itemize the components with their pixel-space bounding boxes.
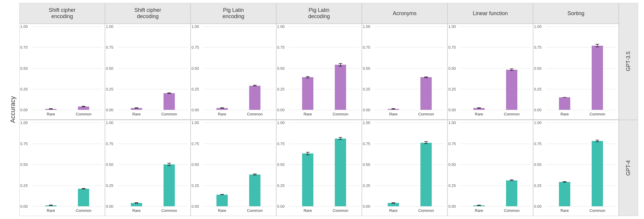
cell-r1-c6: 0.000.250.500.751.00RareCommon <box>533 120 619 216</box>
bar-common <box>164 164 175 206</box>
bar-common <box>420 143 432 206</box>
bar-group-rare: Rare <box>463 123 495 206</box>
error-bar <box>426 141 426 144</box>
cell-r1-c3: 0.000.250.500.751.00RareCommon <box>276 120 362 216</box>
cell-r0-c4: 0.000.250.500.751.00RareCommon <box>362 24 447 120</box>
x-label-rare: Rare <box>47 208 55 213</box>
bar-common <box>592 46 603 110</box>
bar-group-common: Common <box>67 123 100 206</box>
bar-rare <box>45 109 56 110</box>
bar-group-common: Common <box>324 123 357 206</box>
x-label-common: Common <box>247 208 263 213</box>
cell-r0-c6: 0.000.250.500.751.00RareCommon <box>533 24 619 120</box>
bar-rare <box>559 97 570 110</box>
x-label-rare: Rare <box>304 208 312 213</box>
cell-r1-c4: 0.000.250.500.751.00RareCommon <box>362 120 447 216</box>
bar-group-common: Common <box>153 26 186 110</box>
error-bar <box>511 180 512 181</box>
bar-common <box>420 77 432 110</box>
row2-cells: 0.000.250.500.751.00RareCommon0.000.250.… <box>19 120 619 216</box>
bar-group-rare: Rare <box>463 26 495 110</box>
cell-r1-c1: 0.000.250.500.751.00RareCommon <box>105 120 191 216</box>
error-bar <box>340 137 341 140</box>
x-label-rare: Rare <box>132 112 141 116</box>
x-label-rare: Rare <box>389 112 398 116</box>
col-header-3: Pig Latindecoding <box>276 3 362 24</box>
cell-r0-c0: 0.000.250.500.751.00RareCommon <box>19 24 105 120</box>
bar-group-rare: Rare <box>34 123 67 206</box>
cell-r0-c5: 0.000.250.500.751.00RareCommon <box>447 24 533 120</box>
x-label-common: Common <box>418 208 434 213</box>
bar-group-common: Common <box>495 123 528 206</box>
row-label-gpt4: GPT-4 <box>619 120 638 216</box>
x-label-common: Common <box>333 112 348 116</box>
bar-common <box>78 107 89 110</box>
bar-group-common: Common <box>410 26 442 110</box>
x-label-common: Common <box>161 112 177 116</box>
error-bar <box>83 188 84 189</box>
cell-r0-c1: 0.000.250.500.751.00RareCommon <box>105 24 191 120</box>
x-label-rare: Rare <box>132 208 141 213</box>
row1-cells: 0.000.250.500.751.00RareCommon0.000.250.… <box>19 24 619 120</box>
bar-group-common: Common <box>495 26 528 110</box>
bar-group-common: Common <box>238 123 271 206</box>
error-bar <box>169 93 169 93</box>
error-bar <box>511 69 512 71</box>
x-label-common: Common <box>504 112 520 116</box>
bar-common <box>249 174 260 206</box>
bar-common <box>335 139 346 206</box>
x-label-rare: Rare <box>304 112 312 116</box>
bar-rare <box>473 205 485 206</box>
bar-rare <box>559 182 570 206</box>
bar-rare <box>45 205 56 206</box>
bar-common <box>506 180 517 206</box>
x-label-common: Common <box>504 208 520 213</box>
cell-r0-c2: 0.000.250.500.751.00RareCommon <box>191 24 276 120</box>
bar-rare <box>473 108 485 110</box>
bar-group-rare: Rare <box>120 26 153 110</box>
bar-group-rare: Rare <box>206 26 238 110</box>
bar-common <box>592 141 603 206</box>
x-label-common: Common <box>76 208 92 213</box>
bar-common <box>164 93 175 110</box>
x-label-rare: Rare <box>47 112 55 116</box>
bar-group-common: Common <box>581 26 614 110</box>
bar-group-rare: Rare <box>377 123 410 206</box>
x-label-common: Common <box>161 208 177 213</box>
col-header-0: Shift cipherencoding <box>19 3 105 24</box>
col-header-1: Shift cipherdecoding <box>105 3 191 24</box>
col-header-5: Linear function <box>447 3 533 24</box>
x-label-rare: Rare <box>475 208 483 213</box>
x-label-common: Common <box>590 208 605 213</box>
x-label-rare: Rare <box>218 112 226 116</box>
error-bar <box>169 163 169 166</box>
bar-group-rare: Rare <box>120 123 153 206</box>
error-bar <box>564 181 565 182</box>
error-bar <box>307 76 308 78</box>
bar-group-rare: Rare <box>377 26 410 110</box>
bar-common <box>249 86 260 110</box>
y-axis-label: Accuracy <box>9 96 17 123</box>
bar-rare <box>388 109 399 110</box>
cell-r1-c5: 0.000.250.500.751.00RareCommon <box>447 120 533 216</box>
error-bar <box>255 174 255 175</box>
error-bar <box>307 152 308 155</box>
x-label-rare: Rare <box>560 208 569 213</box>
bar-group-rare: Rare <box>291 123 324 206</box>
bar-group-common: Common <box>153 123 186 206</box>
bar-rare <box>216 108 228 110</box>
bar-group-rare: Rare <box>34 26 67 110</box>
bar-group-rare: Rare <box>548 26 581 110</box>
col-header-2: Pig Latinencoding <box>191 3 276 24</box>
error-bar <box>597 140 598 142</box>
bar-group-common: Common <box>238 26 271 110</box>
x-label-common: Common <box>418 112 434 116</box>
bar-group-common: Common <box>67 26 100 110</box>
error-bar <box>340 63 341 66</box>
error-bar <box>597 44 598 47</box>
x-label-common: Common <box>247 112 263 116</box>
x-label-rare: Rare <box>560 112 569 116</box>
bar-rare <box>388 203 399 206</box>
x-label-common: Common <box>333 208 348 213</box>
col-header-6: Sorting <box>533 3 619 24</box>
